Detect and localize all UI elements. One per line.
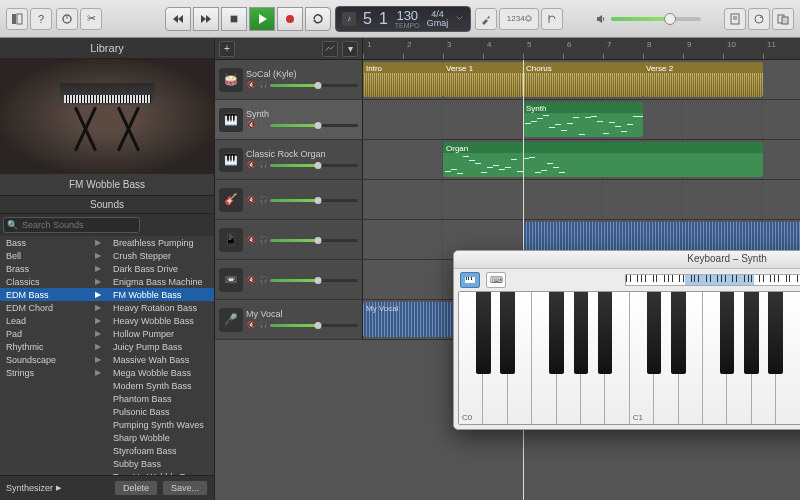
track-lane[interactable]: Synth: [363, 100, 800, 139]
solo-button[interactable]: 🎧: [258, 80, 268, 90]
tuner-button[interactable]: 1234 ⏣: [499, 8, 539, 30]
solo-button[interactable]: 🎧: [258, 160, 268, 170]
black-key[interactable]: [598, 292, 613, 374]
media-button[interactable]: [772, 8, 794, 30]
lcd-tempo[interactable]: 130: [396, 9, 418, 22]
display-mode-icon[interactable]: ♪: [342, 12, 356, 26]
catch-playhead-button[interactable]: ▾: [342, 41, 358, 57]
black-key[interactable]: [574, 292, 589, 374]
track-header[interactable]: 🎤 My Vocal 🔇🎧: [215, 300, 363, 339]
patch-row[interactable]: Massive Wah Bass: [107, 353, 214, 366]
patch-row[interactable]: Modern Synth Bass: [107, 379, 214, 392]
mute-button[interactable]: 🔇: [246, 275, 256, 285]
track-volume-slider[interactable]: [270, 239, 358, 242]
category-row[interactable]: Classics▶: [0, 275, 107, 288]
search-input[interactable]: [3, 217, 140, 233]
solo-button[interactable]: 🎧: [258, 120, 268, 130]
category-row[interactable]: Rhythmic▶: [0, 340, 107, 353]
region[interactable]: Verse 2: [643, 62, 763, 97]
category-list[interactable]: Bass▶Bell▶Brass▶Classics▶EDM Bass▶EDM Ch…: [0, 236, 107, 475]
patch-row[interactable]: Heavy Rotation Bass: [107, 301, 214, 314]
patch-row[interactable]: Pumping Synth Waves: [107, 418, 214, 431]
track-row[interactable]: 🎸 🔇🎧: [215, 180, 800, 220]
solo-button[interactable]: 🎧: [258, 320, 268, 330]
black-key[interactable]: [671, 292, 686, 374]
track-header[interactable]: 📱 🔇🎧: [215, 220, 363, 259]
patch-row[interactable]: Breathless Pumping: [107, 236, 214, 249]
patch-row[interactable]: Crush Stepper: [107, 249, 214, 262]
master-volume-slider[interactable]: [611, 17, 701, 21]
patch-row[interactable]: Styrofoam Bass: [107, 444, 214, 457]
patch-row[interactable]: Enigma Bass Machine: [107, 275, 214, 288]
track-volume-slider[interactable]: [270, 164, 358, 167]
track-volume-slider[interactable]: [270, 199, 358, 202]
chevron-down-icon[interactable]: [455, 14, 464, 23]
rewind-button[interactable]: [165, 7, 191, 31]
black-key[interactable]: [549, 292, 564, 374]
black-key[interactable]: [720, 292, 735, 374]
forward-button[interactable]: [193, 7, 219, 31]
play-button[interactable]: [249, 7, 275, 31]
tool-button[interactable]: [475, 8, 497, 30]
patch-row[interactable]: Phantom Bass: [107, 392, 214, 405]
keyboard-window-title[interactable]: Keyboard – Synth: [454, 251, 800, 269]
patch-row[interactable]: Sharp Wobble: [107, 431, 214, 444]
save-button[interactable]: Save...: [162, 480, 208, 496]
track-header[interactable]: 🎸 🔇🎧: [215, 180, 363, 219]
piano-keyboard[interactable]: C0C1C2: [458, 291, 800, 425]
mute-button[interactable]: 🔇: [246, 235, 256, 245]
count-in-button[interactable]: [541, 8, 563, 30]
notepad-button[interactable]: [724, 8, 746, 30]
black-key[interactable]: [744, 292, 759, 374]
automation-button[interactable]: [322, 41, 338, 57]
patch-row[interactable]: Mega Wobble Bass: [107, 366, 214, 379]
cycle-button[interactable]: [305, 7, 331, 31]
track-header[interactable]: 📼 🔇🎧: [215, 260, 363, 299]
patch-row[interactable]: Heavy Wobble Bass: [107, 314, 214, 327]
track-lane[interactable]: IntroVerse 1ChorusVerse 2: [363, 60, 800, 99]
track-volume-slider[interactable]: [270, 324, 358, 327]
timeline-ruler[interactable]: 1234567891011: [363, 38, 800, 59]
patch-list[interactable]: Breathless PumpingCrush StepperDark Bass…: [107, 236, 214, 475]
track-volume-slider[interactable]: [270, 124, 358, 127]
stop-button[interactable]: [221, 7, 247, 31]
quick-help-button[interactable]: ?: [30, 8, 52, 30]
keyboard-view-button[interactable]: [460, 272, 480, 288]
mute-button[interactable]: 🔇: [246, 320, 256, 330]
region[interactable]: Synth: [523, 102, 643, 137]
loops-button[interactable]: [748, 8, 770, 30]
region[interactable]: Verse 1: [443, 62, 523, 97]
track-volume-slider[interactable]: [270, 279, 358, 282]
mute-button[interactable]: 🔇: [246, 195, 256, 205]
region[interactable]: Chorus: [523, 62, 643, 97]
patch-row[interactable]: Pulsonic Bass: [107, 405, 214, 418]
smart-controls-button[interactable]: [56, 8, 78, 30]
solo-button[interactable]: 🎧: [258, 275, 268, 285]
region[interactable]: Intro: [363, 62, 443, 97]
track-header[interactable]: 🥁 SoCal (Kyle) 🔇🎧: [215, 60, 363, 99]
category-row[interactable]: Bell▶: [0, 249, 107, 262]
delete-button[interactable]: Delete: [114, 480, 158, 496]
track-volume-slider[interactable]: [270, 84, 358, 87]
solo-button[interactable]: 🎧: [258, 195, 268, 205]
category-row[interactable]: Soundscape▶: [0, 353, 107, 366]
musical-typing-window[interactable]: Keyboard – Synth ⌨ C0C1C2: [453, 250, 800, 430]
track-row[interactable]: 🎹 Synth 🔇🎧 Synth: [215, 100, 800, 140]
library-toggle-button[interactable]: [6, 8, 28, 30]
patch-row[interactable]: Juicy Pump Bass: [107, 340, 214, 353]
mute-button[interactable]: 🔇: [246, 160, 256, 170]
patch-row[interactable]: Dark Bass Drive: [107, 262, 214, 275]
mute-button[interactable]: 🔇: [246, 120, 256, 130]
track-header[interactable]: 🎹 Classic Rock Organ 🔇🎧: [215, 140, 363, 179]
add-track-button[interactable]: +: [219, 41, 235, 57]
track-row[interactable]: 🎹 Classic Rock Organ 🔇🎧 Organ: [215, 140, 800, 180]
category-row[interactable]: Pad▶: [0, 327, 107, 340]
category-row[interactable]: EDM Chord▶: [0, 301, 107, 314]
solo-button[interactable]: 🎧: [258, 235, 268, 245]
editors-button[interactable]: ✂: [80, 8, 102, 30]
lcd-key[interactable]: Gmaj: [427, 19, 449, 28]
patch-row[interactable]: Subby Bass: [107, 457, 214, 470]
black-key[interactable]: [476, 292, 491, 374]
patch-row[interactable]: Hollow Pumper: [107, 327, 214, 340]
track-lane[interactable]: Organ: [363, 140, 800, 179]
